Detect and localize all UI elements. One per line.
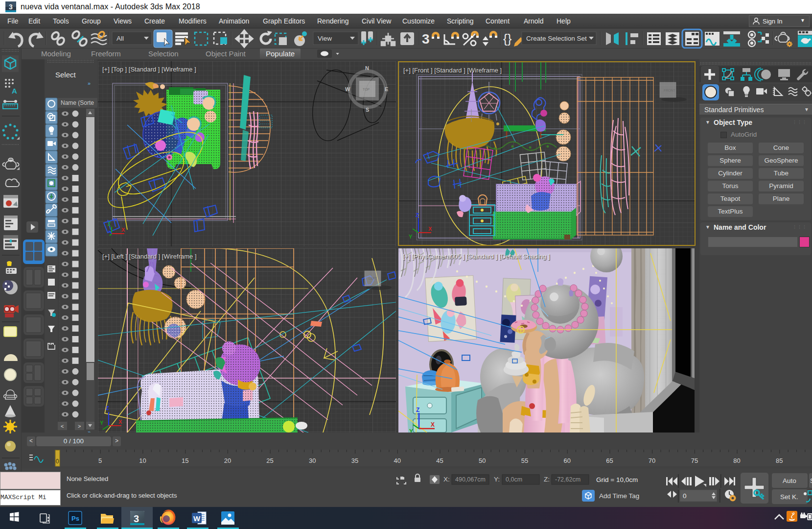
svg-text:0: 0 bbox=[683, 492, 687, 500]
svg-text:15: 15 bbox=[182, 457, 188, 464]
svg-text:X: X bbox=[121, 227, 125, 233]
svg-text:65: 65 bbox=[606, 457, 613, 464]
svg-text:30: 30 bbox=[309, 457, 316, 464]
svg-text:X: X bbox=[431, 421, 435, 428]
svg-text:Add Time Tag: Add Time Tag bbox=[599, 492, 639, 500]
svg-text:5: 5 bbox=[98, 457, 102, 464]
svg-text:Z: Z bbox=[416, 212, 419, 218]
svg-text:{}: {} bbox=[503, 31, 512, 46]
svg-text:Y:: Y: bbox=[494, 476, 500, 483]
svg-text:Auto: Auto bbox=[783, 477, 796, 484]
svg-text:W: W bbox=[345, 86, 350, 92]
svg-text:70: 70 bbox=[649, 457, 655, 464]
svg-text:45: 45 bbox=[436, 457, 443, 464]
svg-text:35: 35 bbox=[351, 457, 358, 464]
svg-text:<: < bbox=[61, 423, 64, 429]
svg-text:Set K.: Set K. bbox=[780, 493, 798, 501]
svg-text:490,067cm: 490,067cm bbox=[455, 476, 486, 483]
svg-text:20: 20 bbox=[224, 457, 231, 464]
svg-text:Y: Y bbox=[409, 428, 413, 433]
svg-text:Y: Y bbox=[409, 234, 413, 240]
svg-text:55: 55 bbox=[521, 457, 528, 464]
svg-text:-72,62cm: -72,62cm bbox=[555, 476, 580, 483]
svg-text:0,0cm: 0,0cm bbox=[506, 476, 522, 483]
svg-text:3: 3 bbox=[9, 3, 13, 11]
svg-text:60: 60 bbox=[563, 457, 570, 464]
svg-text:50: 50 bbox=[479, 457, 486, 464]
svg-text:85: 85 bbox=[776, 457, 783, 464]
svg-text:Z:: Z: bbox=[544, 476, 550, 483]
svg-text:>: > bbox=[78, 423, 81, 429]
svg-text:25: 25 bbox=[266, 457, 273, 464]
svg-text:View: View bbox=[318, 35, 332, 42]
svg-text:10: 10 bbox=[139, 457, 146, 464]
svg-text:80: 80 bbox=[733, 457, 740, 464]
svg-text:X:: X: bbox=[443, 476, 450, 483]
svg-text:Z: Z bbox=[416, 407, 419, 413]
svg-text:TOP: TOP bbox=[363, 88, 370, 91]
svg-text:»: » bbox=[88, 80, 91, 86]
svg-text:FRONT: FRONT bbox=[664, 89, 676, 92]
svg-text:X: X bbox=[428, 226, 432, 232]
svg-text:S: S bbox=[366, 107, 369, 113]
svg-text:Se: Se bbox=[810, 477, 812, 484]
svg-text:A: A bbox=[12, 87, 17, 95]
svg-text:Y: Y bbox=[100, 420, 104, 426]
svg-text:N: N bbox=[365, 65, 369, 71]
svg-text:Name (Sorte: Name (Sorte bbox=[61, 99, 94, 106]
svg-text:Select: Select bbox=[55, 71, 76, 79]
svg-text:Grid = 10,0cm: Grid = 10,0cm bbox=[596, 476, 638, 483]
svg-text:LEFT: LEFT bbox=[369, 277, 377, 280]
svg-text:Z: Z bbox=[108, 221, 111, 227]
svg-text:Ps: Ps bbox=[71, 515, 79, 522]
svg-text:3: 3 bbox=[422, 31, 430, 47]
svg-text:X: X bbox=[118, 419, 122, 425]
svg-text:All: All bbox=[116, 35, 124, 42]
svg-text:W: W bbox=[193, 514, 201, 523]
svg-text:E: E bbox=[385, 86, 388, 92]
svg-text:75: 75 bbox=[691, 457, 698, 464]
svg-text:Z: Z bbox=[106, 405, 109, 411]
svg-text:0: 0 bbox=[56, 458, 59, 465]
svg-text:40: 40 bbox=[394, 457, 401, 464]
svg-text:Create Selection Set: Create Selection Set bbox=[526, 35, 587, 42]
svg-text:»: » bbox=[88, 429, 91, 433]
svg-text:3: 3 bbox=[134, 513, 139, 524]
